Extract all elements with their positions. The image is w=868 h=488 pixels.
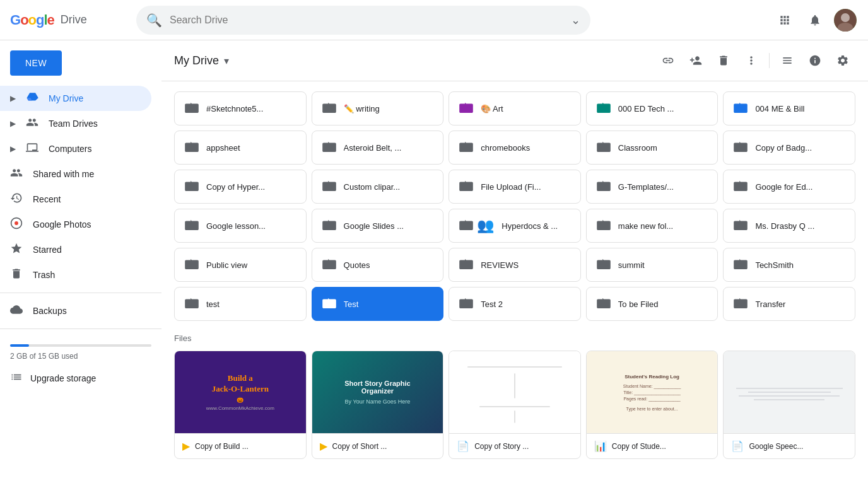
slides-icon: ▶ xyxy=(182,440,190,452)
folder-item[interactable]: G-Templates/... xyxy=(586,170,718,204)
folder-item[interactable]: 🎨 Art xyxy=(449,91,581,125)
search-dropdown-icon[interactable]: ⌄ xyxy=(571,13,580,27)
folder-item[interactable]: Google Slides ... xyxy=(312,209,444,243)
trash-icon xyxy=(10,267,23,283)
storage-bar xyxy=(10,344,151,347)
search-input[interactable] xyxy=(170,15,563,26)
folder-name: Quotes xyxy=(344,260,433,270)
list-view-action[interactable] xyxy=(775,48,800,73)
folder-name: summit xyxy=(618,260,708,270)
folder-item[interactable]: Copy of Badg... xyxy=(723,131,855,165)
new-button[interactable]: NEW xyxy=(10,50,62,76)
add-person-action[interactable] xyxy=(683,48,708,73)
folder-item[interactable]: Custom clipar... xyxy=(312,170,444,204)
upgrade-storage-button[interactable]: Upgrade storage xyxy=(0,366,161,390)
folder-icon xyxy=(459,257,473,273)
folder-item[interactable]: test xyxy=(174,287,307,321)
sidebar-item-backups[interactable]: Backups xyxy=(0,298,151,323)
folder-item[interactable]: Quotes xyxy=(312,248,444,282)
folder-item[interactable]: Google lesson... xyxy=(174,209,307,243)
folder-item[interactable]: TechSmith xyxy=(723,248,855,282)
file-card[interactable]: Build aJack-O-Lantern 🎃 www.CommonMkAchi… xyxy=(174,351,307,459)
file-preview-readinglog: Student's Reading Log Student Name: ____… xyxy=(587,351,718,433)
main-layout: NEW ▶ My Drive ▶ Team Drives ▶ Computers xyxy=(0,40,868,488)
folder-item[interactable]: Asteroid Belt, ... xyxy=(312,131,444,165)
folder-item[interactable]: 004 ME & Bill xyxy=(723,91,855,125)
folder-item[interactable]: Copy of Hyper... xyxy=(174,170,307,204)
breadcrumb: My Drive ▾ xyxy=(174,54,229,67)
file-card[interactable]: 📄 Copy of Story ... xyxy=(449,351,581,459)
cloud-icon xyxy=(10,303,23,319)
files-section: Files Build aJack-O-Lantern 🎃 www.Common… xyxy=(161,331,868,469)
link-action[interactable] xyxy=(655,48,681,73)
file-footer: 📄 Google Speec... xyxy=(724,433,855,458)
drive-logo-text: Drive xyxy=(61,13,87,26)
file-footer: 📄 Copy of Story ... xyxy=(449,433,580,458)
folder-icon xyxy=(322,100,336,117)
folder-item[interactable]: File Upload (Fi... xyxy=(449,170,581,204)
file-name: Copy of Short ... xyxy=(332,442,436,451)
team-drives-icon xyxy=(26,116,38,132)
folder-item[interactable]: ✏️ writing xyxy=(312,91,444,125)
breadcrumb-chevron[interactable]: ▾ xyxy=(224,55,229,67)
folder-item[interactable]: Google for Ed... xyxy=(723,170,855,204)
sidebar-item-label: Shared with me xyxy=(33,169,94,179)
more-vert-action[interactable] xyxy=(739,48,764,73)
folder-item[interactable]: To be Filed xyxy=(586,287,718,321)
folder-item[interactable]: make new fol... xyxy=(586,209,718,243)
folder-item[interactable]: Test 2 xyxy=(449,287,581,321)
folder-icon: 👥 xyxy=(459,218,494,234)
folder-item[interactable]: 000 ED Tech ... xyxy=(586,91,718,125)
file-card[interactable]: 📄 Google Speec... xyxy=(723,351,855,459)
folder-icon xyxy=(185,178,199,195)
files-grid: Build aJack-O-Lantern 🎃 www.CommonMkAchi… xyxy=(174,351,855,459)
folder-icon xyxy=(734,139,748,156)
sidebar-item-recent[interactable]: Recent xyxy=(0,187,151,212)
sidebar-item-computers[interactable]: ▶ Computers xyxy=(0,136,151,161)
notifications-icon[interactable] xyxy=(802,8,828,33)
sidebar-divider xyxy=(0,293,161,293)
file-preview-googlespeech xyxy=(724,351,855,433)
sidebar-item-team-drives[interactable]: ▶ Team Drives xyxy=(0,111,151,136)
sidebar-item-starred[interactable]: Starred xyxy=(0,237,151,262)
folder-item[interactable]: 👥 Hyperdocs & ... xyxy=(449,209,581,243)
content-area: My Drive ▾ xyxy=(161,40,868,488)
folder-item[interactable]: Classroom xyxy=(586,131,718,165)
file-card[interactable]: Short Story GraphicOrganizer By Your Nam… xyxy=(312,351,444,459)
folder-name: Transfer xyxy=(755,299,845,309)
sidebar-item-label: Backups xyxy=(33,306,67,316)
folder-item[interactable]: REVIEWS xyxy=(449,248,581,282)
apps-icon[interactable] xyxy=(772,8,797,33)
folder-icon xyxy=(734,178,748,195)
folder-item[interactable]: summit xyxy=(586,248,718,282)
sidebar-item-my-drive[interactable]: ▶ My Drive xyxy=(0,86,151,111)
folder-icon xyxy=(597,257,611,273)
file-preview-shortstory: Short Story GraphicOrganizer By Your Nam… xyxy=(312,351,443,433)
folder-item-test-selected[interactable]: Test xyxy=(312,287,444,321)
folder-icon xyxy=(322,218,336,234)
storage-info: 2 GB of 15 GB used xyxy=(0,334,161,366)
folder-item[interactable]: #Sketchnote5... xyxy=(174,91,307,125)
delete-action[interactable] xyxy=(711,48,736,73)
sidebar-item-shared[interactable]: Shared with me xyxy=(0,161,151,187)
settings-action[interactable] xyxy=(830,48,855,73)
folder-item[interactable]: appsheet xyxy=(174,131,307,165)
folder-icon-selected xyxy=(322,296,336,312)
folder-name: Test 2 xyxy=(481,299,570,309)
info-action[interactable] xyxy=(802,48,828,73)
sidebar-item-photos[interactable]: Google Photos xyxy=(0,212,151,237)
folder-item[interactable]: chromebooks xyxy=(449,131,581,165)
folder-name: test xyxy=(206,299,296,309)
folder-icon xyxy=(597,100,611,117)
sidebar-item-trash[interactable]: Trash xyxy=(0,262,151,288)
file-card[interactable]: Student's Reading Log Student Name: ____… xyxy=(586,351,718,459)
folder-item[interactable]: Transfer xyxy=(723,287,855,321)
folder-icon xyxy=(734,218,748,234)
topbar: Google Drive 🔍 ⌄ xyxy=(0,0,868,40)
folder-icon xyxy=(185,139,199,156)
topbar-right xyxy=(772,8,858,33)
account-icon[interactable] xyxy=(833,8,858,33)
avatar[interactable] xyxy=(834,9,857,32)
folder-item[interactable]: Ms. Drasby Q ... xyxy=(723,209,855,243)
folder-item[interactable]: Public view xyxy=(174,248,307,282)
